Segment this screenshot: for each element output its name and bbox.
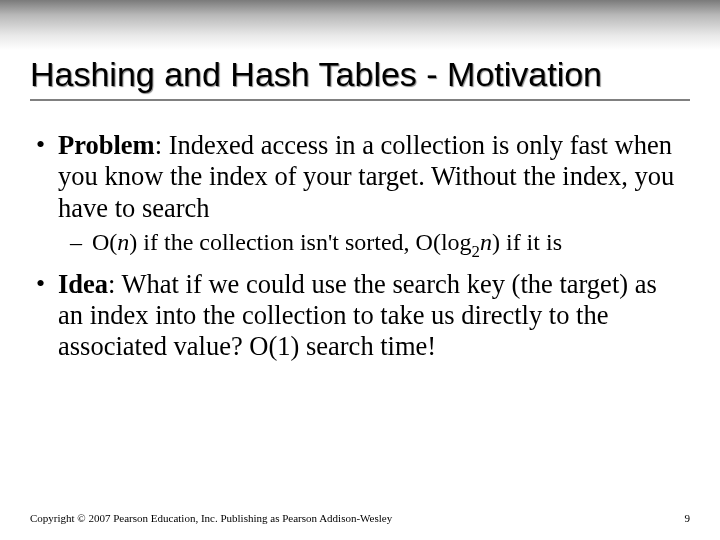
title-underline xyxy=(30,99,690,101)
sub-log-base: 2 xyxy=(472,242,480,261)
copyright-footer: Copyright © 2007 Pearson Education, Inc.… xyxy=(30,512,392,524)
problem-label: Problem xyxy=(58,130,155,160)
sub-bullet-complexity: O(n) if the collection isn't sorted, O(l… xyxy=(30,228,685,261)
page-number: 9 xyxy=(685,512,691,524)
sub-mid: ) if the collection isn't sorted, O(log xyxy=(129,229,471,255)
header-gradient xyxy=(0,0,720,50)
idea-label: Idea xyxy=(58,269,108,299)
slide-title: Hashing and Hash Tables - Motivation xyxy=(30,55,690,94)
sub-n2: n xyxy=(480,229,492,255)
sub-post: ) if it is xyxy=(492,229,562,255)
slide-content: Problem: Indexed access in a collection … xyxy=(30,130,685,367)
idea-text: : What if we could use the search key (t… xyxy=(58,269,657,362)
sub-pre: O( xyxy=(92,229,117,255)
bullet-problem: Problem: Indexed access in a collection … xyxy=(30,130,685,224)
slide: Hashing and Hash Tables - Motivation Pro… xyxy=(0,0,720,540)
bullet-idea: Idea: What if we could use the search ke… xyxy=(30,269,685,363)
sub-n1: n xyxy=(117,229,129,255)
